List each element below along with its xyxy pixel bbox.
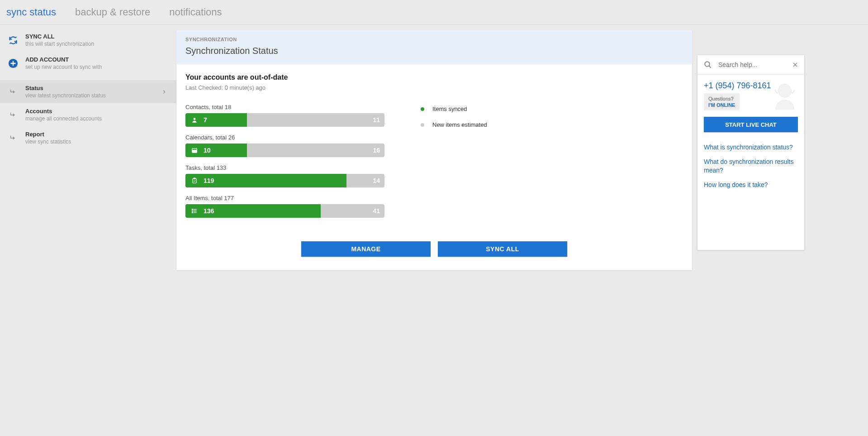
bar-all: All Items, total 177 136 41: [185, 195, 384, 218]
status-title: Your accounts are out-of-date: [185, 73, 683, 81]
tab-sync-status[interactable]: sync status: [6, 6, 56, 18]
list-icon: [191, 207, 198, 215]
legend-label: New items estimated: [432, 121, 487, 128]
svg-point-1: [194, 118, 196, 120]
help-link[interactable]: How long does it take?: [697, 178, 804, 192]
svg-point-11: [778, 84, 792, 98]
sidebar-report[interactable]: Report view sync statistics: [0, 126, 176, 149]
legend: Items synced New items estimated: [421, 104, 487, 225]
chat-bubble: Questions? I'M ONLINE: [704, 93, 740, 110]
synced-value: 136: [204, 207, 214, 215]
sidebar-accounts[interactable]: Accounts manage all connected accounts: [0, 103, 176, 126]
svg-rect-6: [194, 178, 195, 179]
bar-calendars: Calendars, total 26 10 16: [185, 134, 384, 157]
arrow-sub-icon: [8, 133, 18, 143]
arrow-sub-icon: [8, 110, 18, 120]
person-icon: [191, 116, 198, 124]
manage-button[interactable]: MANAGE: [301, 241, 431, 257]
start-live-chat-button[interactable]: START LIVE CHAT: [704, 117, 798, 132]
svg-point-8: [192, 211, 193, 211]
bar-label: All Items, total 177: [185, 195, 384, 201]
plus-circle-icon: [8, 58, 18, 68]
sidebar-sync-all[interactable]: SYNC ALL this will start synchronization: [0, 29, 176, 52]
tab-notifications[interactable]: notifications: [169, 6, 222, 18]
help-link[interactable]: What is synchronization status?: [697, 140, 804, 155]
questions-text: Questions?: [708, 96, 735, 101]
synced-value: 119: [204, 177, 214, 184]
search-icon: [704, 61, 712, 69]
online-status: I'M ONLINE: [708, 102, 735, 108]
chevron-right-icon: [162, 89, 166, 95]
legend-label: Items synced: [432, 105, 467, 112]
sidebar: SYNC ALL this will start synchronization…: [0, 25, 176, 288]
sidebar-item-title: Accounts: [25, 108, 102, 115]
calendar-icon: [191, 147, 198, 154]
help-search: [697, 55, 804, 75]
synced-value: 7: [204, 116, 207, 124]
card-title: Synchronization Status: [185, 46, 683, 56]
sidebar-item-sub: set up new account to sync with: [25, 64, 102, 70]
card-suptitle: SYNCHRONIZATION: [185, 37, 683, 42]
help-search-input[interactable]: [718, 61, 798, 68]
card-header: SYNCHRONIZATION Synchronization Status: [176, 30, 692, 64]
synced-value: 10: [204, 147, 211, 154]
tab-backup-restore[interactable]: backup & restore: [75, 6, 150, 18]
arrow-sub-icon: [8, 87, 18, 97]
bar-tasks: Tasks, total 133 119 14: [185, 164, 384, 187]
bar-label: Calendars, total 26: [185, 134, 384, 141]
help-panel: +1 (954) 796-8161 Questions? I'M ONLINE …: [697, 55, 804, 250]
help-link[interactable]: What do synchronization results mean?: [697, 155, 804, 178]
sidebar-item-title: Status: [25, 85, 106, 91]
new-value: 41: [373, 207, 380, 215]
main-card: SYNCHRONIZATION Synchronization Status Y…: [176, 30, 692, 270]
sidebar-status[interactable]: Status view latest synchronization statu…: [0, 80, 176, 103]
legend-dot-synced: [421, 107, 424, 111]
new-value: 16: [373, 147, 380, 154]
close-icon[interactable]: [792, 62, 798, 67]
sidebar-item-sub: view sync statistics: [25, 139, 71, 145]
sync-icon: [8, 35, 18, 45]
sidebar-item-sub: this will start synchronization: [25, 41, 94, 47]
legend-dot-new: [421, 123, 424, 127]
sidebar-item-title: SYNC ALL: [25, 33, 94, 40]
sidebar-add-account[interactable]: ADD ACCOUNT set up new account to sync w…: [0, 52, 176, 75]
sidebar-item-sub: manage all connected accounts: [25, 115, 102, 122]
sidebar-item-title: Report: [25, 131, 71, 138]
sidebar-item-sub: view latest synchronization status: [25, 92, 106, 99]
sidebar-item-title: ADD ACCOUNT: [25, 56, 102, 63]
top-tabs: sync status backup & restore notificatio…: [0, 0, 868, 25]
svg-point-9: [192, 212, 193, 213]
new-value: 11: [373, 116, 380, 124]
bar-label: Tasks, total 133: [185, 164, 384, 171]
agent-avatar-icon: [769, 80, 801, 111]
svg-point-10: [705, 62, 710, 67]
status-subtitle: Last Checked: 0 minute(s) ago: [185, 84, 683, 91]
bar-label: Contacts, total 18: [185, 104, 384, 110]
sync-all-button[interactable]: SYNC ALL: [438, 241, 567, 257]
clipboard-icon: [191, 177, 198, 184]
bar-contacts: Contacts, total 18 7 11: [185, 104, 384, 127]
svg-point-7: [192, 209, 193, 210]
new-value: 14: [373, 177, 380, 184]
